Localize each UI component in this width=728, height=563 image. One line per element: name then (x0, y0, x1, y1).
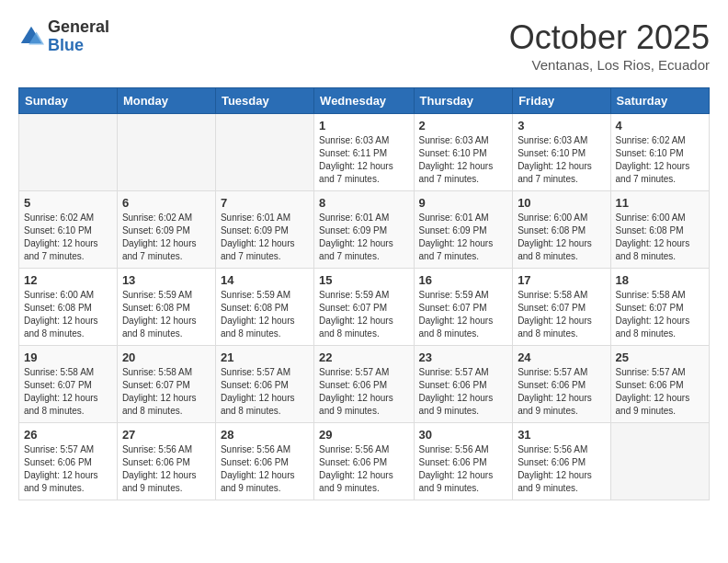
calendar-cell: 20Sunrise: 5:58 AM Sunset: 6:07 PM Dayli… (117, 346, 215, 423)
month-title: October 2025 (509, 18, 710, 57)
logo-icon (18, 24, 44, 50)
calendar-cell: 29Sunrise: 5:56 AM Sunset: 6:06 PM Dayli… (314, 423, 414, 500)
calendar-cell: 18Sunrise: 5:58 AM Sunset: 6:07 PM Dayli… (610, 269, 709, 346)
calendar-week-row: 5Sunrise: 6:02 AM Sunset: 6:10 PM Daylig… (19, 191, 710, 269)
calendar-cell: 2Sunrise: 6:03 AM Sunset: 6:10 PM Daylig… (414, 114, 513, 191)
weekday-header: Tuesday (215, 88, 313, 114)
calendar-cell: 19Sunrise: 5:58 AM Sunset: 6:07 PM Dayli… (19, 346, 118, 423)
day-number: 25 (616, 350, 704, 364)
calendar-cell (117, 114, 215, 191)
calendar-header: SundayMondayTuesdayWednesdayThursdayFrid… (19, 88, 710, 114)
day-number: 13 (122, 273, 210, 287)
day-number: 26 (24, 428, 112, 442)
weekday-header: Thursday (414, 88, 513, 114)
day-number: 24 (518, 350, 605, 364)
day-info: Sunrise: 5:57 AM Sunset: 6:06 PM Dayligh… (221, 366, 309, 418)
calendar-cell: 22Sunrise: 5:57 AM Sunset: 6:06 PM Dayli… (314, 346, 414, 423)
calendar-cell: 17Sunrise: 5:58 AM Sunset: 6:07 PM Dayli… (513, 269, 610, 346)
calendar-cell: 1Sunrise: 6:03 AM Sunset: 6:11 PM Daylig… (314, 114, 414, 191)
day-info: Sunrise: 6:01 AM Sunset: 6:09 PM Dayligh… (319, 212, 408, 263)
day-number: 22 (319, 350, 408, 364)
day-number: 7 (221, 196, 309, 210)
day-info: Sunrise: 5:59 AM Sunset: 6:07 PM Dayligh… (319, 289, 408, 340)
day-number: 3 (518, 119, 605, 132)
day-number: 17 (518, 273, 605, 287)
day-info: Sunrise: 6:00 AM Sunset: 6:08 PM Dayligh… (24, 289, 112, 340)
day-number: 18 (616, 273, 704, 287)
day-info: Sunrise: 6:01 AM Sunset: 6:09 PM Dayligh… (419, 212, 508, 263)
day-info: Sunrise: 6:00 AM Sunset: 6:08 PM Dayligh… (518, 212, 605, 263)
day-info: Sunrise: 5:58 AM Sunset: 6:07 PM Dayligh… (122, 366, 210, 418)
day-info: Sunrise: 6:02 AM Sunset: 6:10 PM Dayligh… (24, 212, 112, 263)
day-number: 8 (319, 196, 408, 210)
day-info: Sunrise: 6:01 AM Sunset: 6:09 PM Dayligh… (221, 212, 309, 263)
weekday-header: Sunday (19, 88, 118, 114)
calendar-cell: 21Sunrise: 5:57 AM Sunset: 6:06 PM Dayli… (215, 346, 313, 423)
title-area: October 2025 Ventanas, Los Rios, Ecuador (509, 18, 710, 73)
calendar-week-row: 26Sunrise: 5:57 AM Sunset: 6:06 PM Dayli… (19, 423, 710, 500)
day-number: 19 (24, 350, 112, 364)
calendar-cell: 13Sunrise: 5:59 AM Sunset: 6:08 PM Dayli… (117, 269, 215, 346)
calendar-cell: 30Sunrise: 5:56 AM Sunset: 6:06 PM Dayli… (414, 423, 513, 500)
calendar-cell: 27Sunrise: 5:56 AM Sunset: 6:06 PM Dayli… (117, 423, 215, 500)
day-number: 11 (616, 196, 704, 210)
day-number: 4 (616, 119, 704, 132)
day-number: 2 (419, 119, 508, 132)
day-info: Sunrise: 6:00 AM Sunset: 6:08 PM Dayligh… (616, 212, 704, 263)
day-info: Sunrise: 5:58 AM Sunset: 6:07 PM Dayligh… (24, 366, 112, 418)
day-number: 23 (419, 350, 508, 364)
calendar-cell: 5Sunrise: 6:02 AM Sunset: 6:10 PM Daylig… (19, 191, 118, 269)
weekday-header: Friday (513, 88, 610, 114)
day-info: Sunrise: 6:02 AM Sunset: 6:10 PM Dayligh… (616, 134, 704, 186)
day-number: 1 (319, 119, 408, 132)
day-number: 31 (518, 428, 605, 442)
calendar-cell (19, 114, 118, 191)
weekday-header: Wednesday (314, 88, 414, 114)
weekday-header: Saturday (610, 88, 709, 114)
day-info: Sunrise: 5:56 AM Sunset: 6:06 PM Dayligh… (419, 443, 508, 495)
location-subtitle: Ventanas, Los Rios, Ecuador (509, 57, 710, 73)
calendar-cell: 12Sunrise: 6:00 AM Sunset: 6:08 PM Dayli… (19, 269, 118, 346)
day-number: 9 (419, 196, 508, 210)
calendar-cell: 28Sunrise: 5:56 AM Sunset: 6:06 PM Dayli… (215, 423, 313, 500)
day-info: Sunrise: 5:59 AM Sunset: 6:08 PM Dayligh… (122, 289, 210, 340)
day-info: Sunrise: 5:59 AM Sunset: 6:07 PM Dayligh… (419, 289, 508, 340)
day-number: 12 (24, 273, 112, 287)
calendar-cell: 3Sunrise: 6:03 AM Sunset: 6:10 PM Daylig… (513, 114, 610, 191)
day-number: 10 (518, 196, 605, 210)
calendar-cell: 7Sunrise: 6:01 AM Sunset: 6:09 PM Daylig… (215, 191, 313, 269)
calendar-cell: 4Sunrise: 6:02 AM Sunset: 6:10 PM Daylig… (610, 114, 709, 191)
calendar-cell: 25Sunrise: 5:57 AM Sunset: 6:06 PM Dayli… (610, 346, 709, 423)
day-number: 6 (122, 196, 210, 210)
day-number: 27 (122, 428, 210, 442)
day-info: Sunrise: 5:58 AM Sunset: 6:07 PM Dayligh… (518, 289, 605, 340)
day-number: 16 (419, 273, 508, 287)
calendar-week-row: 19Sunrise: 5:58 AM Sunset: 6:07 PM Dayli… (19, 346, 710, 423)
day-info: Sunrise: 5:56 AM Sunset: 6:06 PM Dayligh… (221, 443, 309, 495)
day-info: Sunrise: 6:03 AM Sunset: 6:10 PM Dayligh… (518, 134, 605, 186)
day-number: 15 (319, 273, 408, 287)
day-info: Sunrise: 5:57 AM Sunset: 6:06 PM Dayligh… (616, 366, 704, 418)
calendar-table: SundayMondayTuesdayWednesdayThursdayFrid… (18, 87, 710, 500)
calendar-cell: 23Sunrise: 5:57 AM Sunset: 6:06 PM Dayli… (414, 346, 513, 423)
day-number: 5 (24, 196, 112, 210)
calendar-cell: 16Sunrise: 5:59 AM Sunset: 6:07 PM Dayli… (414, 269, 513, 346)
day-info: Sunrise: 5:57 AM Sunset: 6:06 PM Dayligh… (518, 366, 605, 418)
calendar-week-row: 1Sunrise: 6:03 AM Sunset: 6:11 PM Daylig… (19, 114, 710, 191)
logo-general: General (48, 18, 109, 37)
day-number: 28 (221, 428, 309, 442)
day-info: Sunrise: 6:03 AM Sunset: 6:11 PM Dayligh… (319, 134, 408, 186)
calendar-cell: 9Sunrise: 6:01 AM Sunset: 6:09 PM Daylig… (414, 191, 513, 269)
day-info: Sunrise: 6:03 AM Sunset: 6:10 PM Dayligh… (419, 134, 508, 186)
day-info: Sunrise: 5:59 AM Sunset: 6:08 PM Dayligh… (221, 289, 309, 340)
calendar-cell: 6Sunrise: 6:02 AM Sunset: 6:09 PM Daylig… (117, 191, 215, 269)
day-number: 20 (122, 350, 210, 364)
logo-blue: Blue (48, 37, 109, 55)
weekday-header: Monday (117, 88, 215, 114)
calendar-cell (215, 114, 313, 191)
calendar-week-row: 12Sunrise: 6:00 AM Sunset: 6:08 PM Dayli… (19, 269, 710, 346)
day-info: Sunrise: 5:57 AM Sunset: 6:06 PM Dayligh… (24, 443, 112, 495)
day-info: Sunrise: 5:56 AM Sunset: 6:06 PM Dayligh… (122, 443, 210, 495)
day-number: 30 (419, 428, 508, 442)
day-number: 14 (221, 273, 309, 287)
